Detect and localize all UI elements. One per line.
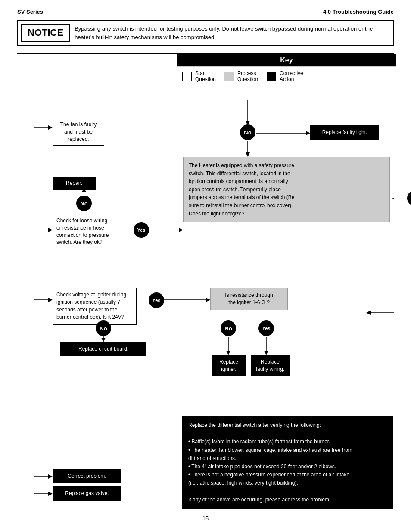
- yes2-node: Yes: [407, 190, 411, 206]
- no1-node: No: [76, 196, 92, 211]
- no2-node: No: [240, 124, 255, 140]
- replace-faulty-wiring-box: Replace faulty wiring.: [251, 355, 290, 376]
- notice-text: Bypassing any switch is intended for tes…: [75, 21, 393, 45]
- key-start-icon: [182, 72, 192, 81]
- svg-marker-7: [246, 152, 250, 157]
- heater-pressure-switch-box: The Heater is equipped with a safety pre…: [183, 157, 390, 222]
- key-process-label: ProcessQuestion: [237, 70, 258, 82]
- key-item-corrective: CorrectiveAction: [267, 70, 303, 82]
- is-resistance-box: Is resistance through the igniter 1-6 Ω …: [210, 288, 288, 310]
- page-header: SV Series 4.0 Troubleshooting Guide: [17, 9, 394, 15]
- svg-marker-18: [366, 311, 371, 315]
- no3-node: No: [96, 320, 111, 336]
- key-process-icon: [224, 72, 234, 81]
- header-section: 4.0 Troubleshooting Guide: [323, 9, 394, 15]
- key-item-process: ProcessQuestion: [224, 70, 258, 82]
- svg-marker-30: [48, 474, 53, 479]
- replace-igniter-box: Replace igniter.: [212, 355, 246, 376]
- check-loose-wiring-box: Check for loose wiring or resistance in …: [53, 214, 116, 249]
- yes3-node: Yes: [149, 292, 164, 308]
- svg-marker-24: [101, 338, 106, 342]
- replace-faulty-light-box: Replace faulty light.: [310, 125, 379, 140]
- key-corrective-icon: [267, 72, 276, 81]
- svg-marker-9: [179, 228, 183, 232]
- notice-label: NOTICE: [21, 24, 70, 42]
- notice-box: NOTICE Bypassing any switch is intended …: [17, 20, 394, 46]
- key-start-label: StartQuestion: [195, 70, 216, 82]
- key-content: StartQuestion ProcessQuestion Corrective…: [177, 66, 396, 86]
- correct-problem-box: Correct problem.: [53, 469, 121, 483]
- page-number: 15: [17, 515, 394, 526]
- replace-differential-switch-box: Replace the differential switch after ve…: [182, 416, 393, 509]
- svg-marker-5: [306, 131, 310, 135]
- svg-marker-32: [48, 492, 53, 496]
- no4-node: No: [221, 320, 236, 336]
- svg-marker-22: [206, 298, 210, 302]
- svg-marker-20: [48, 298, 53, 302]
- repair-box: Repair.: [53, 177, 96, 190]
- fan-faulty-box: The fan is faulty and must be replaced.: [53, 118, 104, 146]
- svg-marker-28: [264, 351, 268, 355]
- svg-marker-26: [226, 351, 230, 355]
- flowchart: Key StartQuestion ProcessQuestion Correc…: [17, 54, 394, 511]
- yes1-node: Yes: [134, 222, 149, 238]
- svg-marker-11: [48, 228, 53, 232]
- yes4-node: Yes: [258, 320, 274, 336]
- key-box: Key StartQuestion ProcessQuestion Correc…: [177, 54, 396, 86]
- check-voltage-box: Check voltage at igniter during ignition…: [53, 288, 137, 325]
- header-series: SV Series: [17, 9, 43, 15]
- replace-circuit-board-box: Replace circuit board.: [60, 342, 146, 356]
- key-corrective-label: CorrectiveAction: [280, 70, 303, 82]
- key-title: Key: [177, 54, 396, 66]
- svg-marker-1: [48, 125, 53, 130]
- key-item-start: StartQuestion: [182, 70, 216, 82]
- replace-gas-valve-box: Replace gas valve.: [53, 486, 121, 501]
